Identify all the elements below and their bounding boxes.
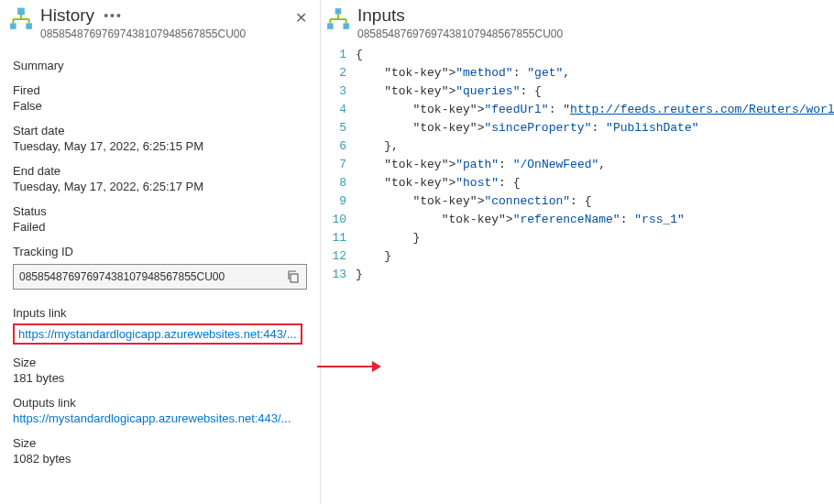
copy-icon[interactable] — [286, 269, 301, 284]
inputs-panel: Inputs 08585487697697438107948567855CU00… — [321, 0, 834, 504]
tracking-id-value: 08585487697697438107948567855CU00 — [19, 270, 286, 283]
tracking-id-label: Tracking ID — [13, 245, 307, 258]
outputs-size-value: 1082 bytes — [13, 452, 307, 466]
fired-value: False — [13, 99, 307, 113]
fired-label: Fired — [13, 83, 307, 97]
svg-rect-6 — [26, 23, 31, 29]
svg-rect-13 — [327, 23, 334, 29]
inputs-run-id: 08585487697697438107948567855CU00 — [357, 27, 834, 40]
summary-label: Summary — [13, 59, 307, 72]
history-header: History ••• 0858548769769743810794856785… — [0, 0, 320, 42]
history-run-id: 08585487697697438107948567855CU00 — [40, 27, 311, 40]
history-panel: History ••• 0858548769769743810794856785… — [0, 0, 321, 504]
status-value: Failed — [13, 220, 307, 234]
annotation-arrow-icon — [317, 366, 379, 367]
inputs-link-highlight: https://mystandardlogicapp.azurewebsites… — [13, 323, 302, 345]
logic-app-icon — [9, 7, 33, 31]
inputs-size-label: Size — [13, 356, 307, 369]
outputs-link[interactable]: https://mystandardlogicapp.azurewebsites… — [13, 411, 306, 425]
history-body: Summary Fired False Start date Tuesday, … — [0, 42, 320, 478]
more-icon[interactable]: ••• — [104, 8, 123, 23]
svg-rect-5 — [10, 23, 16, 29]
tracking-id-field: 08585487697697438107948567855CU00 — [13, 264, 307, 290]
inputs-header: Inputs 08585487697697438107948567855CU00… — [321, 0, 834, 42]
history-title: History — [40, 5, 94, 26]
outputs-link-label: Outputs link — [13, 396, 307, 410]
close-icon[interactable]: ✕ — [291, 7, 311, 28]
start-date-value: Tuesday, May 17, 2022, 6:25:15 PM — [13, 139, 307, 153]
svg-rect-14 — [343, 23, 349, 29]
inputs-link-label: Inputs link — [13, 306, 307, 320]
end-date-label: End date — [13, 164, 307, 178]
end-date-value: Tuesday, May 17, 2022, 6:25:17 PM — [13, 180, 307, 193]
svg-rect-7 — [291, 274, 298, 282]
status-label: Status — [13, 204, 307, 218]
inputs-link[interactable]: https://mystandardlogicapp.azurewebsites… — [18, 327, 297, 341]
outputs-size-label: Size — [13, 436, 307, 450]
start-date-label: Start date — [13, 124, 307, 137]
json-editor[interactable]: 12345678910111213 { "tok-key">"method": … — [321, 42, 834, 284]
svg-rect-0 — [18, 8, 25, 15]
line-gutter: 12345678910111213 — [321, 46, 356, 284]
inputs-size-value: 181 bytes — [13, 371, 307, 385]
inputs-title: Inputs — [357, 5, 405, 26]
logic-app-icon — [326, 7, 350, 31]
json-code: { "tok-key">"method": "get", "tok-key">"… — [356, 46, 834, 284]
svg-rect-8 — [335, 8, 342, 15]
